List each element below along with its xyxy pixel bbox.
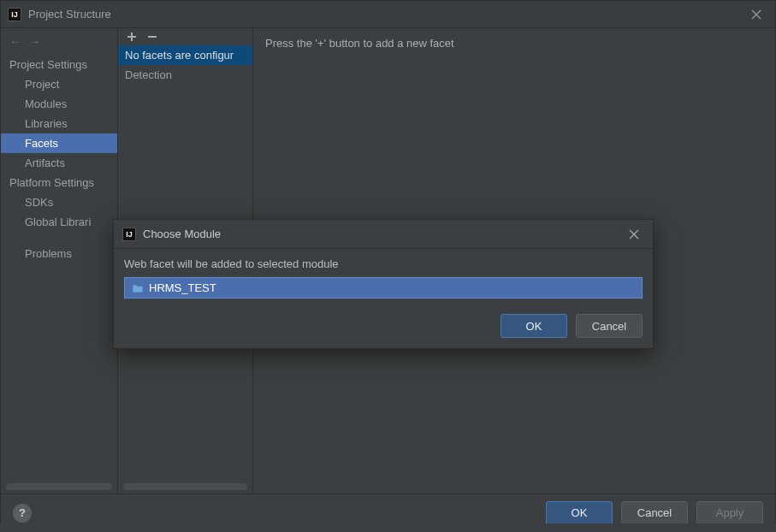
app-icon: IJ [8, 8, 21, 21]
nav-forward-button[interactable]: → [29, 35, 40, 48]
main-cancel-button[interactable]: Cancel [621, 501, 688, 525]
sidebar-item-modules[interactable]: Modules [1, 94, 117, 114]
sidebar-item-facets[interactable]: Facets [1, 133, 117, 153]
add-facet-button[interactable] [127, 32, 137, 42]
main-ok-button[interactable]: OK [546, 501, 613, 525]
sidebar-item-libraries[interactable]: Libraries [1, 114, 117, 133]
dialog-message: Web facet will be added to selected modu… [124, 257, 643, 270]
dialog-title: Choose Module [143, 228, 624, 240]
dialog-ok-button[interactable]: OK [501, 314, 567, 338]
sidebar-item-global-libraries[interactable]: Global Librari [1, 212, 117, 232]
remove-facet-button[interactable] [147, 32, 157, 42]
dialog-body: Web facet will be added to selected modu… [114, 249, 653, 304]
facet-row-empty[interactable]: No facets are configur [118, 45, 252, 65]
sidebar-item-project[interactable]: Project [1, 74, 117, 94]
facet-toolbar [118, 28, 252, 45]
minus-icon [147, 32, 157, 42]
close-icon [751, 9, 761, 20]
facet-hint-text: Press the '+' button to add a new facet [265, 37, 454, 50]
main-apply-button[interactable]: Apply [696, 501, 763, 525]
sidebar-item-sdks[interactable]: SDKs [1, 192, 117, 212]
plus-icon [127, 32, 137, 42]
sidebar-scrollbar[interactable] [6, 483, 112, 490]
module-folder-icon [132, 283, 144, 293]
sidebar-item-problems[interactable]: Problems [1, 244, 117, 263]
dialog-footer: OK Cancel [114, 304, 653, 348]
settings-sidebar: ← → Project Settings Project Modules Lib… [1, 28, 118, 494]
module-selection-row[interactable]: HRMS_TEST [124, 277, 643, 299]
window-titlebar: IJ Project Structure [1, 1, 775, 28]
nav-arrows: ← → [1, 32, 117, 55]
dialog-close-button[interactable] [624, 224, 644, 245]
sidebar-section-header-platform-settings: Platform Settings [1, 173, 117, 192]
help-button[interactable]: ? [13, 504, 32, 523]
sidebar-item-artifacts[interactable]: Artifacts [1, 153, 117, 173]
window-title: Project Structure [28, 8, 111, 21]
dialog-titlebar: IJ Choose Module [114, 220, 653, 249]
module-name: HRMS_TEST [149, 281, 216, 294]
close-icon [629, 229, 639, 239]
facet-list-scrollbar[interactable] [123, 483, 247, 490]
dialog-app-icon: IJ [122, 228, 136, 241]
dialog-cancel-button[interactable]: Cancel [576, 314, 643, 338]
facet-row-detection[interactable]: Detection [118, 65, 252, 85]
choose-module-dialog: IJ Choose Module Web facet will be added… [113, 219, 654, 349]
nav-back-button[interactable]: ← [9, 35, 21, 48]
sidebar-section-header-project-settings: Project Settings [1, 55, 117, 74]
window-close-button[interactable] [744, 3, 768, 27]
